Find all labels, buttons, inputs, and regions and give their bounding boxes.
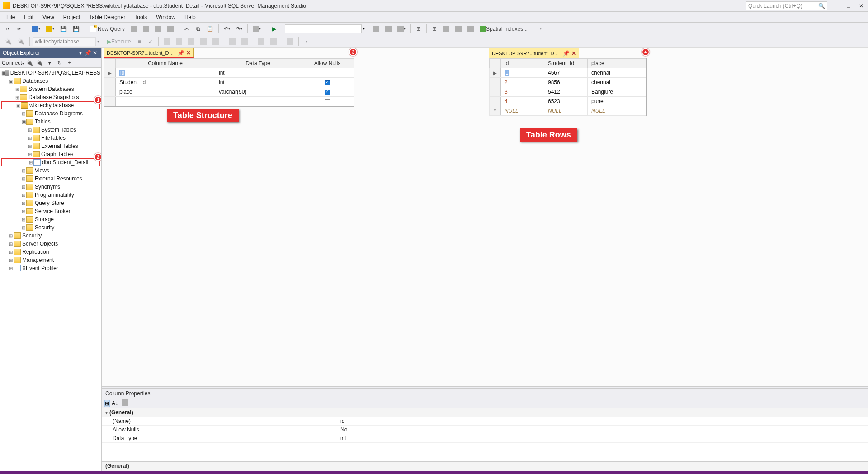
forward-button[interactable]: ◦▾ <box>14 24 24 34</box>
cell-null[interactable]: NULL <box>501 106 544 116</box>
designer-col-type[interactable]: int <box>215 68 301 78</box>
xmla-query-button[interactable] <box>165 24 176 34</box>
disconnect-icon[interactable]: 🔌 <box>26 59 34 67</box>
start-button[interactable]: ▶ <box>269 24 279 34</box>
data-row-new[interactable]: * NULL NULL NULL <box>490 106 646 116</box>
cell-place[interactable]: pune <box>588 97 646 106</box>
include-stats-button[interactable] <box>186 37 197 47</box>
data-row[interactable]: 2 9856 chennai <box>490 78 646 87</box>
col-allow-nulls[interactable]: Allow Nulls <box>301 59 354 68</box>
cell-place[interactable]: chennai <box>588 68 646 78</box>
menu-tools[interactable]: Tools <box>131 13 151 21</box>
tree-external-resources[interactable]: ⊞External Resources <box>1 175 100 183</box>
close-icon[interactable]: ✕ <box>91 50 99 56</box>
pin-icon[interactable]: 📌 <box>563 50 570 57</box>
connect-button[interactable]: Connect▾ <box>2 60 24 66</box>
allow-nulls-checkbox[interactable] <box>325 99 330 104</box>
db-engine-query-button[interactable] <box>128 24 139 34</box>
dmx-query-button[interactable] <box>153 24 164 34</box>
properties-category[interactable]: ▾(General) <box>102 408 868 417</box>
designer-row[interactable]: place varchar(50) <box>104 87 354 97</box>
tree-security[interactable]: ⊞Security <box>1 232 100 240</box>
change-connection-button[interactable]: 🔌 <box>15 37 27 47</box>
overflow-button[interactable]: ▾ <box>302 37 311 47</box>
connect-button[interactable]: 🔌 <box>3 37 14 47</box>
solution-config-select[interactable] <box>285 24 362 33</box>
tab-designer[interactable]: DESKTOP-S9R7...tudent_Detail 📌 ✕ <box>104 48 194 58</box>
tree-external-tables[interactable]: ⊞External Tables <box>1 142 100 150</box>
cell-id[interactable]: 1 <box>505 70 509 76</box>
property-row[interactable]: Allow Nulls No <box>102 426 868 434</box>
tree-database-diagrams[interactable]: ⊞Database Diagrams <box>1 109 100 118</box>
cell-place[interactable]: Banglure <box>588 87 646 97</box>
tree-graph-tables[interactable]: ⊞Graph Tables <box>1 150 100 158</box>
designer-col-name[interactable]: Student_Id <box>116 78 215 87</box>
uncomment-button[interactable] <box>239 37 250 47</box>
redo-button[interactable]: ↷▾ <box>234 24 245 34</box>
categorize-button[interactable]: ⊞ <box>104 400 110 407</box>
manage-columns-button[interactable] <box>465 24 476 34</box>
tree-db-security[interactable]: ⊞Security <box>1 223 100 232</box>
tree-system-tables[interactable]: ⊞System Tables <box>1 126 100 134</box>
collapse-icon[interactable]: ▾ <box>105 410 108 415</box>
table-designer-grid[interactable]: Column Name Data Type Allow Nulls ▶ id i… <box>104 58 354 107</box>
tree-views[interactable]: ⊞Views <box>1 166 100 175</box>
fulltext-button[interactable]: ⊞ <box>429 24 439 34</box>
execute-button[interactable]: ▶ Execute <box>105 37 133 47</box>
tab-data[interactable]: DESKTOP-S9R7...tudent_Detail 📌 ✕ <box>489 48 579 58</box>
paste-button[interactable]: 📋 <box>204 24 216 34</box>
database-select[interactable] <box>33 37 96 46</box>
new-query-button[interactable]: New Query <box>88 24 127 34</box>
allow-nulls-checkbox[interactable] <box>325 71 330 76</box>
plus-icon[interactable]: ＋ <box>66 59 74 67</box>
tree-system-databases[interactable]: ⊞System Databases <box>1 85 100 93</box>
menu-window[interactable]: Window <box>152 13 179 21</box>
menu-file[interactable]: File <box>3 13 19 21</box>
designer-col-type[interactable]: varchar(50) <box>215 87 301 97</box>
indent-button[interactable] <box>256 37 267 47</box>
col-data-type[interactable]: Data Type <box>215 59 301 68</box>
allow-nulls-checkbox[interactable] <box>325 80 330 85</box>
designer-col-name[interactable]: place <box>116 87 215 97</box>
manage-key-button[interactable] <box>453 24 464 34</box>
stop-button[interactable]: ■ <box>134 37 144 47</box>
menu-help[interactable]: Help <box>181 13 199 21</box>
new-row-icon[interactable]: * <box>490 106 501 116</box>
cell-id[interactable]: 4 <box>501 97 544 106</box>
tree-tables[interactable]: ▣Tables <box>1 118 100 126</box>
refresh-icon[interactable]: ↻ <box>56 59 64 67</box>
display-plan-button[interactable] <box>161 37 172 47</box>
maximize-button[interactable]: □ <box>844 3 853 9</box>
outdent-button[interactable] <box>268 37 279 47</box>
mdx-query-button[interactable] <box>141 24 151 34</box>
tree-student-detail[interactable]: ⊞dbo.Student_Detail <box>1 158 100 166</box>
copy-button[interactable]: ⧉ <box>193 24 203 34</box>
col-place[interactable]: place <box>588 59 646 68</box>
menu-table-designer[interactable]: Table Designer <box>85 13 129 21</box>
tree-database-snapshots[interactable]: ⊞Database Snapshots <box>1 93 100 101</box>
undo-button[interactable]: ↶▾ <box>222 24 232 34</box>
alphabetical-button[interactable]: A↓ <box>112 400 118 407</box>
find-button[interactable]: ▾ <box>250 24 263 34</box>
cell-null[interactable]: NULL <box>544 106 588 116</box>
col-column-name[interactable]: Column Name <box>116 59 215 68</box>
designer-row[interactable]: ▶ id int <box>104 68 354 78</box>
designer-col-name[interactable]: id <box>119 70 125 76</box>
specify-values-button[interactable] <box>285 37 296 47</box>
filter-icon[interactable]: ▼ <box>46 59 54 67</box>
tree-server-objects[interactable]: ⊞Server Objects <box>1 240 100 248</box>
spatial-button[interactable]: Spatial Indexes... <box>477 24 530 34</box>
new-project-button[interactable]: ▾ <box>30 24 42 34</box>
indexes-button[interactable]: ▾ <box>395 24 408 34</box>
generate-script-button[interactable] <box>371 24 382 34</box>
allow-nulls-checkbox[interactable] <box>325 90 330 95</box>
include-plan-button[interactable] <box>174 37 184 47</box>
property-pages-button[interactable] <box>122 399 128 407</box>
property-value[interactable]: id <box>337 418 868 424</box>
tree-replication[interactable]: ⊞Replication <box>1 248 100 256</box>
tree-programmability[interactable]: ⊞Programmability <box>1 191 100 199</box>
property-row[interactable]: Data Type int <box>102 434 868 443</box>
cut-button[interactable]: ✂ <box>182 24 192 34</box>
cell-student-id[interactable]: 4567 <box>544 68 588 78</box>
designer-row-new[interactable] <box>104 97 354 106</box>
